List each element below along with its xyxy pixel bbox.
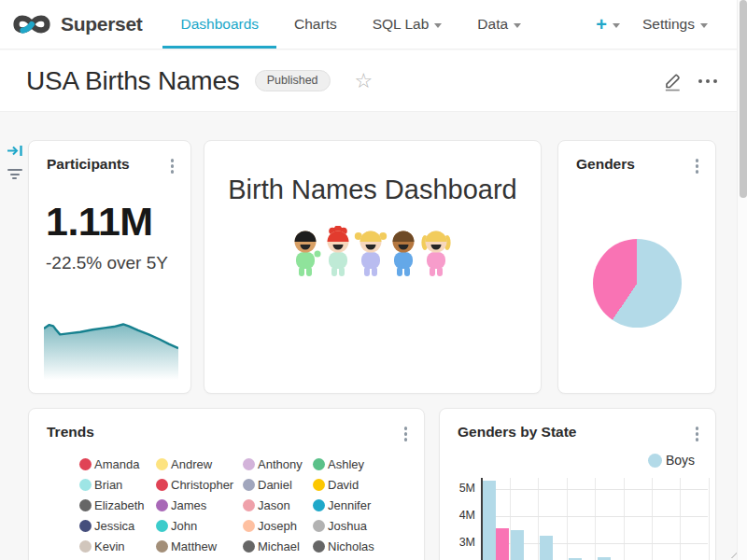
genders-by-state-card: Genders by State Boys 5M4M3M [439,408,716,560]
nav-item-data[interactable]: Data [459,0,539,49]
legend-item[interactable]: Jessica [79,519,156,533]
legend-item[interactable]: Kevin [79,539,156,553]
bar-girls [496,528,509,560]
gridline [567,478,568,560]
legend-item[interactable]: Brian [79,478,156,492]
participants-card: Participants 1.11M -22.5% over 5Y [28,140,191,394]
legend-item[interactable]: Elizabeth [79,498,156,512]
legend-dot-icon [313,540,325,553]
big-number-subheader: -22.5% over 5Y [46,253,168,273]
legend-dot-icon [243,499,255,511]
more-actions-icon[interactable] [698,79,717,83]
caret-down-icon [613,23,620,28]
gridline [709,478,710,560]
new-menu-button[interactable]: + [586,15,629,34]
legend-dot-icon [313,499,325,511]
nav-right: + Settings [586,0,747,49]
gridline [680,478,681,560]
favorite-star-icon[interactable]: ☆ [355,71,374,91]
page-title: USA Births Names [26,66,240,96]
legend-dot-icon [79,499,92,511]
legend-item[interactable]: Amanda [79,457,156,471]
big-number-value: 1.11M [46,199,153,245]
expand-filters-icon[interactable] [7,144,23,158]
settings-menu-button[interactable]: Settings [637,16,713,33]
legend-item[interactable]: David [313,478,424,492]
legend-item[interactable]: Joshua [313,519,424,533]
legend-item[interactable]: Ashley [313,457,424,471]
legend-dot-icon [243,520,255,532]
gridline [595,478,596,560]
legend-dot-icon [313,458,325,470]
legend-item[interactable]: Matthew [156,539,243,553]
nav-item-dashboards[interactable]: Dashboards [162,0,276,49]
markdown-heading: Birth Names Dashboard [204,175,541,205]
legend-item[interactable]: Jennifer [313,498,424,512]
scrollbar-thumb[interactable] [740,0,747,198]
legend-dot-icon [156,520,168,532]
published-badge[interactable]: Published [255,70,331,91]
legend-item[interactable]: Daniel [243,478,313,492]
chart-title: Genders by State [458,424,577,441]
legend-item[interactable]: Andrew [156,457,243,471]
legend-item[interactable]: Michael [243,539,313,553]
caret-down-icon [700,23,708,28]
legend-dot-icon [156,479,168,491]
vertical-scrollbar[interactable] [737,0,747,560]
trends-legend: AmandaAndrewAnthonyAshleyBrianChristophe… [79,457,424,560]
legend-item[interactable]: Nicholas [313,539,424,553]
gbs-plot: 5M4M3M [481,472,708,560]
legend-dot-icon [313,479,325,491]
legend-item[interactable]: John [156,519,243,533]
y-axis-tick-label: 4M [445,509,475,522]
legend-dot-icon [156,540,168,553]
legend-item[interactable]: Jason [243,498,313,512]
legend-item[interactable]: Anthony [243,457,313,471]
title-actions [662,70,725,92]
edit-pencil-icon[interactable] [662,70,684,92]
legend-dot-icon [79,520,92,532]
gbs-legend-dot-icon [648,454,662,468]
gridline [481,489,708,490]
legend-item-boys[interactable]: Boys [648,453,695,468]
filter-funnel-icon[interactable] [7,169,22,179]
superset-infinity-icon [11,10,52,38]
dashboard-title-bar: USA Births Names Published ☆ [0,50,747,112]
gridline [481,516,708,517]
superset-logo[interactable]: Superset [0,0,149,49]
nav-links: Dashboards Charts SQL Lab Data [162,0,539,49]
plus-icon: + [596,15,607,34]
legend-item[interactable]: Joseph [243,519,313,533]
legend-dot-icon [156,499,168,511]
nav-item-sql-lab[interactable]: SQL Lab [355,0,460,49]
bar-boys [483,481,496,560]
genders-pie [593,239,682,328]
legend-dot-icon [79,540,92,553]
kebab-menu-icon[interactable] [401,424,412,444]
bar-boys [511,530,524,560]
kebab-menu-icon[interactable] [167,156,178,176]
y-axis-tick-label: 3M [445,536,475,549]
superset-dashboard-page: Superset Dashboards Charts SQL Lab Data … [0,0,747,560]
legend-item[interactable]: Christopher [156,478,243,492]
genders-card: Genders [557,140,716,394]
legend-item[interactable]: James [156,498,243,512]
top-navbar: Superset Dashboards Charts SQL Lab Data … [0,0,747,49]
legend-dot-icon [243,479,255,491]
y-axis-tick-label: 5M [445,482,475,495]
trends-card: Trends AmandaAndrewAnthonyAshleyBrianChr… [28,408,425,560]
kebab-menu-icon[interactable] [692,424,703,444]
nav-item-charts[interactable]: Charts [276,0,355,49]
filter-panel-strip [0,112,27,560]
caret-down-icon [514,23,521,28]
chart-title: Genders [576,156,635,173]
chart-title: Participants [47,156,130,173]
legend-dot-icon [79,479,92,491]
brand-name: Superset [61,13,142,35]
chart-title: Trends [47,424,94,441]
legend-dot-icon [156,458,168,470]
kebab-menu-icon[interactable] [692,156,703,176]
bar-boys [540,536,553,560]
legend-dot-icon [243,458,255,470]
markdown-card: Birth Names Dashboard [204,140,542,394]
